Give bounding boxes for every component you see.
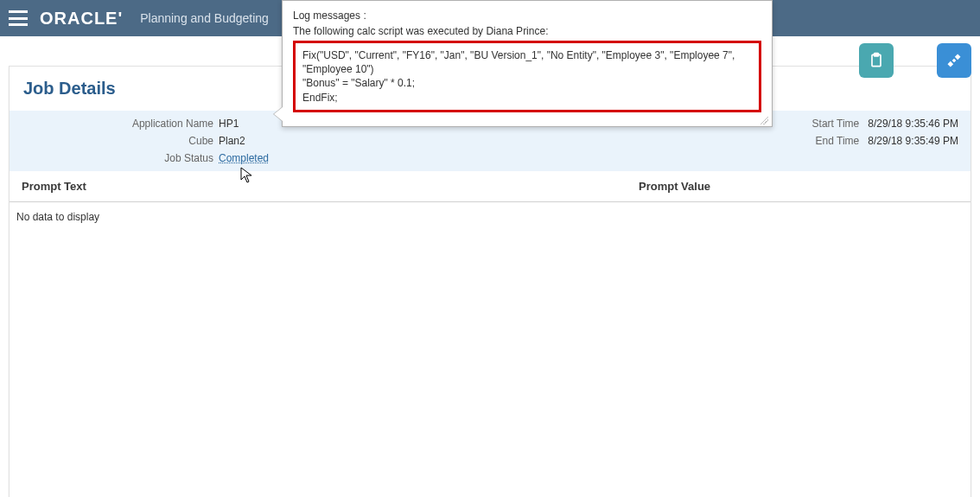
job-status-link[interactable]: Completed — [219, 152, 269, 164]
col-prompt-text: Prompt Text — [16, 180, 639, 193]
end-time-label: End Time — [812, 135, 860, 147]
start-time-label: Start Time — [812, 118, 860, 130]
app-name-label: Application Name — [23, 118, 213, 130]
time-block: Start Time 8/29/18 9:35:46 PM End Time 8… — [812, 118, 958, 147]
clipboard-icon[interactable] — [859, 43, 894, 78]
job-details-card: Job Details Application Name HP1 Cube Pl… — [9, 66, 971, 497]
cube-label: Cube — [23, 135, 213, 147]
resize-grip-icon[interactable] — [758, 114, 768, 124]
end-time-value: 8/29/18 9:35:49 PM — [868, 135, 958, 147]
svg-rect-1 — [875, 54, 879, 56]
log-header-2: The following calc script was executed b… — [293, 25, 761, 37]
no-data-message: No data to display — [10, 202, 970, 232]
col-prompt-value: Prompt Value — [639, 180, 964, 193]
oracle-logo: ORACLE' — [40, 9, 123, 29]
log-header-1: Log messages : — [293, 10, 761, 22]
calc-script-box: Fix("USD", "Current", "FY16", "Jan", "BU… — [293, 41, 761, 112]
header-tiles — [859, 43, 971, 78]
svg-rect-2 — [952, 59, 957, 63]
table-header: Prompt Text Prompt Value — [10, 171, 970, 202]
tooltip-arrow-icon — [274, 107, 283, 121]
job-status-label: Job Status — [23, 152, 213, 164]
log-tooltip: Log messages : The following calc script… — [282, 0, 773, 127]
start-time-value: 8/29/18 9:35:46 PM — [868, 118, 958, 130]
tools-icon[interactable] — [937, 43, 971, 78]
app-title: Planning and Budgeting — [140, 11, 269, 25]
hamburger-icon[interactable] — [9, 10, 28, 26]
